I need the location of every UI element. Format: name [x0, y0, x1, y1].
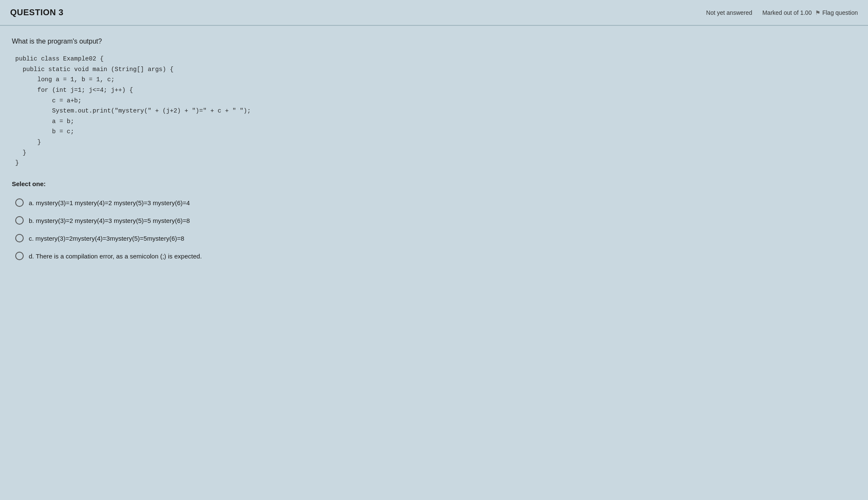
code-line-9: } — [15, 137, 853, 148]
flag-icon: ⚑ — [815, 9, 821, 16]
option-item-a[interactable]: a. mystery(3)=1 mystery(4)=2 mystery(5)=… — [12, 194, 856, 211]
question-title: QUESTION 3 — [10, 8, 63, 17]
code-line-10: } — [15, 148, 853, 158]
option-item-d[interactable]: d. There is a compilation error, as a se… — [12, 247, 856, 264]
option-label-c[interactable]: c. mystery(3)=2mystery(4)=3mystery(5)=5m… — [29, 235, 184, 242]
option-radio-b[interactable] — [15, 216, 24, 225]
code-line-7: a = b; — [15, 116, 853, 127]
flag-label: Flag question — [822, 9, 858, 16]
option-item-b[interactable]: b. mystery(3)=2 mystery(4)=3 mystery(5)=… — [12, 212, 856, 229]
option-radio-d[interactable] — [15, 252, 24, 260]
code-line-11: } — [15, 158, 853, 168]
code-line-2: public static void main (String[] args) … — [15, 64, 853, 75]
status-text: Not yet answered — [706, 9, 752, 16]
flag-question-button[interactable]: ⚑ Flag question — [815, 9, 858, 16]
option-label-a[interactable]: a. mystery(3)=1 mystery(4)=2 mystery(5)=… — [29, 199, 190, 206]
options-list: a. mystery(3)=1 mystery(4)=2 mystery(5)=… — [12, 194, 856, 264]
option-radio-a[interactable] — [15, 198, 24, 207]
meta-separator — [756, 9, 758, 16]
marked-out-of: Marked out of 1.00 — [762, 9, 812, 16]
code-line-1: public class Example02 { — [15, 54, 853, 64]
question-text: What is the program's output? — [12, 38, 856, 45]
code-line-6: System.out.print("mystery(" + (j+2) + ")… — [15, 106, 853, 116]
option-radio-c[interactable] — [15, 234, 24, 242]
code-line-8: b = c; — [15, 126, 853, 137]
option-label-d[interactable]: d. There is a compilation error, as a se… — [29, 253, 202, 260]
code-line-3: long a = 1, b = 1, c; — [15, 74, 853, 85]
question-header: QUESTION 3 Not yet answered Marked out o… — [0, 0, 868, 26]
question-meta: Not yet answered Marked out of 1.00 ⚑ Fl… — [706, 9, 858, 16]
code-line-4: for (int j=1; j<=4; j++) { — [15, 85, 853, 96]
select-one-label: Select one: — [12, 180, 856, 187]
question-body: What is the program's output? public cla… — [0, 26, 868, 276]
code-line-5: c = a+b; — [15, 96, 853, 106]
code-block: public class Example02 { public static v… — [12, 54, 856, 168]
option-item-c[interactable]: c. mystery(3)=2mystery(4)=3mystery(5)=5m… — [12, 230, 856, 247]
option-label-b[interactable]: b. mystery(3)=2 mystery(4)=3 mystery(5)=… — [29, 217, 190, 224]
